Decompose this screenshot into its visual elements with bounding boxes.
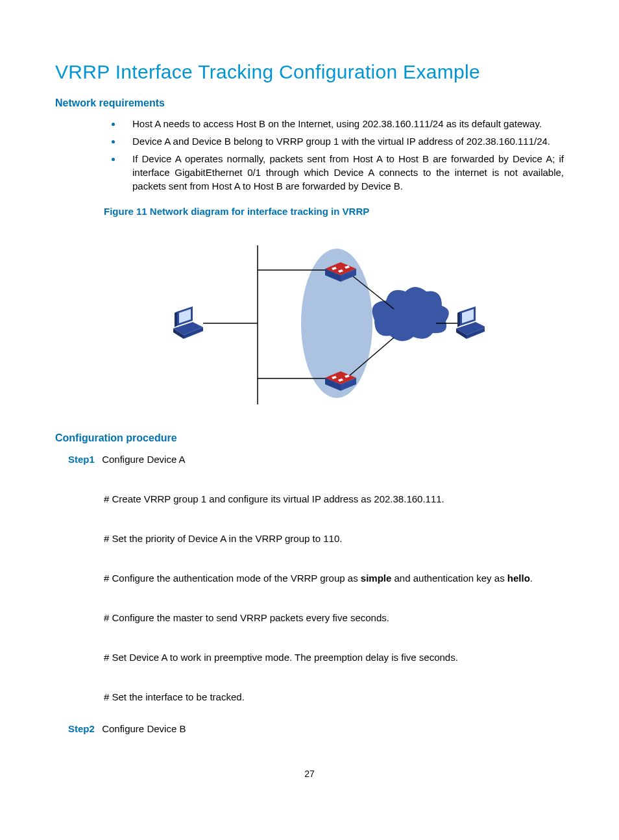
instruction: # Configure the master to send VRRP pack… (104, 611, 564, 624)
step1-row: Step1 Configure Device A (68, 452, 564, 466)
instruction: # Set Device A to work in preemptive mod… (104, 650, 564, 664)
list-item: Device A and Device B belong to VRRP gro… (122, 134, 564, 148)
step2-text: Configure Device B (102, 723, 186, 734)
instruction: # Create VRRP group 1 and configure its … (104, 492, 564, 506)
list-item: If Device A operates normally, packets s… (122, 152, 564, 193)
step1-procedure: # Create VRRP group 1 and configure its … (104, 492, 564, 704)
instruction: # Set the interface to be tracked. (104, 690, 564, 704)
figure-caption: Figure 11 Network diagram for interface … (104, 204, 564, 218)
instruction: # Set the priority of Device A in the VR… (104, 532, 564, 545)
network-requirements-heading: Network requirements (55, 96, 564, 110)
page-number: 27 (55, 768, 564, 781)
list-item: Host A needs to access Host B on the Int… (122, 117, 564, 130)
step1-text: Configure Device A (102, 454, 185, 465)
page-title: VRRP Interface Tracking Configuration Ex… (55, 58, 564, 86)
step2-label: Step2 (68, 722, 99, 735)
svg-marker-12 (175, 312, 177, 327)
config-procedure-heading: Configuration procedure (55, 431, 564, 445)
network-diagram (134, 232, 485, 414)
step1-label: Step1 (68, 452, 99, 466)
requirements-list: Host A needs to access Host B on the Int… (104, 117, 564, 193)
instruction: # Configure the authentication mode of t… (104, 571, 564, 585)
svg-marker-18 (457, 312, 460, 327)
step2-row: Step2 Configure Device B (68, 722, 564, 735)
